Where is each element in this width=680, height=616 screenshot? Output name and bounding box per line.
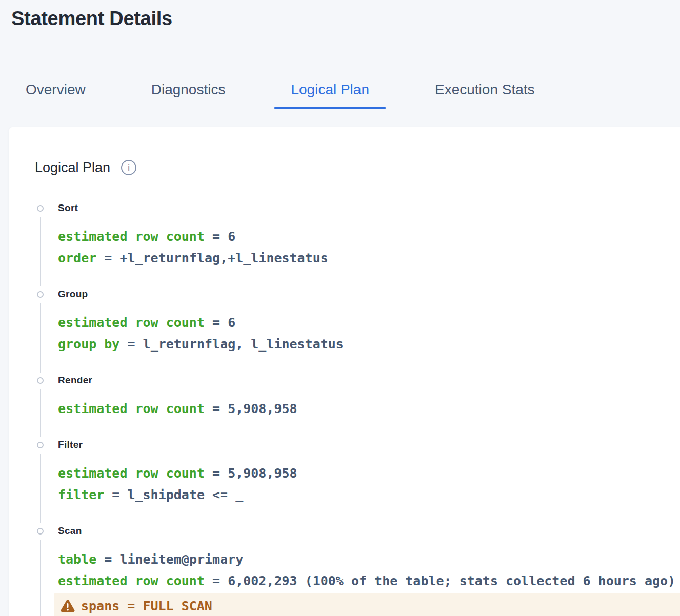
node-attributes: table = lineitem@primaryestimated row co…: [58, 537, 680, 616]
warning-row: spans = FULL SCAN: [54, 593, 680, 616]
plan-node: Sortestimated row count = 6order = +l_re…: [9, 202, 680, 289]
section-title: Logical Plan: [35, 159, 110, 176]
node-attributes: estimated row count = 6order = +l_return…: [58, 214, 680, 269]
plan-node: Filterestimated row count = 5,908,958fil…: [9, 439, 680, 525]
attribute-key: estimated row count: [58, 401, 205, 416]
attribute-value: = lineitem@primary: [96, 552, 243, 567]
attribute-value: = +l_returnflag,+l_linestatus: [96, 251, 328, 265]
node-attribute: estimated row count = 5,908,958: [58, 463, 680, 484]
node-connector-line: [40, 389, 41, 437]
plan-node: Renderestimated row count = 5,908,958: [9, 375, 680, 439]
attribute-key: table: [58, 552, 96, 567]
attribute-value: = l_returnflag, l_linestatus: [119, 337, 344, 352]
attribute-key: order: [58, 251, 96, 265]
attribute-key: estimated row count: [58, 315, 205, 330]
node-title: Sort: [58, 202, 680, 214]
attribute-value: = 5,908,958: [205, 401, 297, 416]
tab-bar: Overview Diagnostics Logical Plan Execut…: [0, 71, 680, 109]
tab-diagnostics[interactable]: Diagnostics: [135, 71, 242, 109]
node-attributes: estimated row count = 5,908,958filter = …: [58, 450, 680, 506]
node-attribute: table = lineitem@primary: [58, 549, 680, 570]
attribute-key: estimated row count: [58, 573, 205, 588]
tab-overview[interactable]: Overview: [9, 71, 102, 109]
node-bullet-icon: [37, 291, 44, 298]
tab-execution-stats[interactable]: Execution Stats: [418, 71, 551, 109]
node-attribute: estimated row count = 5,908,958: [58, 398, 680, 420]
node-attribute: group by = l_returnflag, l_linestatus: [58, 334, 680, 355]
node-connector-line: [40, 217, 41, 286]
node-bullet-icon: [37, 528, 44, 535]
node-attribute: estimated row count = 6,002,293 (100% of…: [58, 570, 680, 592]
node-attribute: order = +l_returnflag,+l_linestatus: [58, 248, 680, 269]
attribute-key: filter: [58, 487, 104, 502]
warning-attribute: spans = FULL SCAN: [81, 599, 212, 613]
tab-logical-plan[interactable]: Logical Plan: [274, 71, 386, 109]
node-title: Group: [58, 289, 680, 300]
attribute-value: = 6,002,293 (100% of the table; stats co…: [205, 573, 675, 588]
node-title: Filter: [58, 439, 680, 450]
plan-node: Scantable = lineitem@primaryestimated ro…: [9, 525, 680, 616]
node-attribute: estimated row count = 6: [58, 226, 680, 248]
node-attributes: estimated row count = 5,908,958: [58, 386, 680, 420]
content-card: Logical Plan i Sortestimated row count =…: [9, 127, 680, 616]
page-title: Statement Details: [11, 6, 172, 31]
section-heading: Logical Plan i: [35, 159, 680, 176]
warning-icon: [60, 599, 75, 613]
attribute-value: = 6: [205, 315, 235, 330]
node-connector-line: [40, 540, 41, 616]
attribute-value: = 5,908,958: [205, 466, 297, 481]
node-connector-line: [40, 303, 41, 373]
node-attribute: estimated row count = 6: [58, 312, 680, 334]
info-icon[interactable]: i: [121, 160, 136, 175]
node-bullet-icon: [37, 377, 44, 384]
node-bullet-icon: [37, 442, 44, 448]
attribute-key: estimated row count: [58, 466, 205, 481]
plan-tree: Sortestimated row count = 6order = +l_re…: [9, 202, 680, 616]
node-connector-line: [40, 454, 41, 523]
node-bullet-icon: [37, 205, 44, 212]
node-attribute: filter = l_shipdate <= _: [58, 484, 680, 506]
plan-node: Groupestimated row count = 6group by = l…: [9, 289, 680, 375]
node-attributes: estimated row count = 6group by = l_retu…: [58, 300, 680, 355]
node-title: Render: [58, 375, 680, 386]
attribute-key: group by: [58, 337, 119, 352]
attribute-value: = 6: [205, 229, 235, 244]
attribute-value: = l_shipdate <= _: [104, 487, 243, 502]
attribute-key: estimated row count: [58, 229, 205, 244]
node-title: Scan: [58, 525, 680, 537]
